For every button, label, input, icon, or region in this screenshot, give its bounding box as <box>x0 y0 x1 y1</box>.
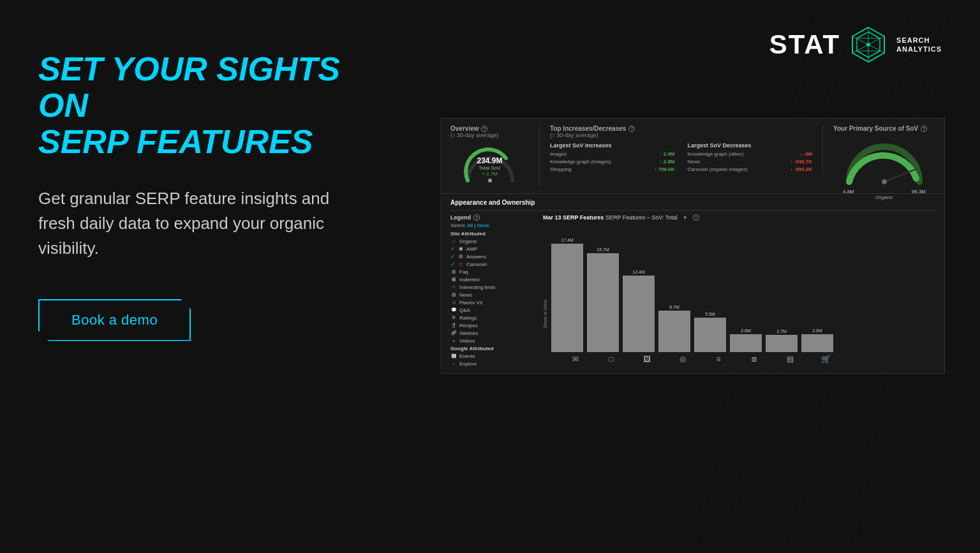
bar-value-3: 12.4M <box>632 270 644 274</box>
x-icon-3: 🖼 <box>631 355 663 364</box>
x-icon-7: ▤ <box>774 355 806 364</box>
amp-check-icon: ✓ <box>450 246 455 252</box>
chart-area: Mar 13 SERP Features SERP Features – SoV… <box>543 214 935 368</box>
bar-group-6: 2.8M <box>730 225 762 352</box>
legend-item-recipes: 🍴 Recipes <box>450 322 537 328</box>
x-icon-1: ✉ <box>560 355 591 364</box>
indented-icon: ▦ <box>450 276 457 283</box>
chart-info-icon[interactable]: ? <box>693 214 699 221</box>
legend-chart-row: Legend ? Select: All | None Site Attribu… <box>450 214 935 368</box>
legend-item-videos: ▪ Videos <box>450 337 537 344</box>
bar-group-1: 17.4M <box>551 225 583 352</box>
legend-info-icon[interactable]: ? <box>473 214 480 221</box>
bars-container: 17.4M 15.7M 12.4M <box>551 225 833 352</box>
bar-6 <box>730 334 762 352</box>
bar-4 <box>658 311 690 352</box>
decrease-val-3: ↓ -554.2K <box>790 166 812 172</box>
increase-val-3: ↑ 758.6K <box>654 166 674 172</box>
top-changes-section: Top Increases/Decreases ? (↕ 30-day aver… <box>550 125 823 174</box>
primary-sov-info-icon[interactable]: ? <box>921 126 927 132</box>
legend-panel: Legend ? Select: All | None Site Attribu… <box>450 214 543 368</box>
increases-col: Largest SoV Increases Images ↑ 2.9M Know… <box>550 142 675 174</box>
interesting-finds-icon: ☆ <box>450 284 457 290</box>
overview-subtitle: (↕ 30-day average) <box>450 132 529 138</box>
decrease-row-3: Carousel (organic images) ↓ -554.2K <box>688 166 813 172</box>
decrease-label-3: Carousel (organic images) <box>688 166 748 172</box>
bar-5 <box>694 318 726 352</box>
google-attributed-group-title: Google Attributed <box>450 346 537 351</box>
overview-section: Overview ? (↕ 30-day average) 234.9M Tot… <box>450 125 540 187</box>
news-icon: ▧ <box>450 291 457 298</box>
speedometer: 4.8M 96.3M Organic <box>843 137 926 182</box>
bar-7 <box>766 335 798 352</box>
legend-item-ratings: ⚙ Ratings <box>450 314 537 321</box>
gauge-label: Total SoV <box>477 165 502 171</box>
logo-subtitle: SEARCH ANALYTICS <box>896 36 942 54</box>
legend-item-places: ◇ Places V3 <box>450 299 537 306</box>
recipes-icon: 🍴 <box>450 322 457 328</box>
increase-row-1: Images ↑ 2.9M <box>550 151 675 157</box>
gauge-container: 234.9M Total SoV + 2.7M <box>461 142 519 187</box>
x-axis-icons: ✉ □ 🖼 ◎ ≡ ≣ ▤ 🛒 <box>543 355 935 364</box>
videos-icon: ▪ <box>450 337 457 344</box>
legend-item-carousel: ✓ □ Carousel <box>450 261 537 267</box>
sov-labels: 4.8M 96.3M <box>843 189 926 195</box>
carousel-check-icon: ✓ <box>450 262 455 267</box>
organic-icon: ○ <box>450 238 457 244</box>
increase-label-2: Knowledge graph (images) <box>550 159 611 165</box>
answers-icon: ▤ <box>457 253 464 260</box>
legend-item-qa: 💬 Q&A <box>450 307 537 313</box>
bar-value-1: 17.4M <box>561 238 573 242</box>
book-demo-button[interactable]: Book a demo <box>38 299 191 341</box>
chart-main: Share of Voice 17.4M 15.7M <box>543 225 935 352</box>
x-icon-6: ≣ <box>738 355 770 364</box>
legend-item-interesting-finds: ☆ Interesting finds <box>450 284 537 290</box>
overview-title: Overview ? <box>450 125 529 132</box>
gauge-total-sov: 234.9M <box>477 156 502 165</box>
x-icon-5: ≡ <box>702 355 734 364</box>
gauge-delta: + 2.7M <box>477 171 502 177</box>
legend-title: Legend ? <box>450 214 537 221</box>
answers-check-icon: ✓ <box>450 254 455 260</box>
legend-item-sitelinks: 🔗 Sitelinks <box>450 330 537 336</box>
select-row: Select: All | None <box>450 223 537 228</box>
select-none-link[interactable]: None <box>477 223 489 228</box>
headline: SET YOUR SIGHTS ON SERP FEATURES <box>38 51 370 161</box>
bar-8 <box>801 334 833 352</box>
explore-icon: ○ <box>450 360 457 367</box>
overview-info-icon[interactable]: ? <box>481 126 487 132</box>
legend-item-answers: ✓ ▤ Answers <box>450 253 537 260</box>
svg-point-16 <box>488 179 492 182</box>
decrease-row-2: News ↓ -939.7K <box>688 159 813 165</box>
chart-dropdown-icon[interactable]: ▼ <box>683 215 688 221</box>
places-icon: ◇ <box>450 299 457 306</box>
dashboard-panel: Overview ? (↕ 30-day average) 234.9M Tot… <box>441 118 945 374</box>
x-icon-2: □ <box>595 355 627 364</box>
headline-line1: SET YOUR SIGHTS ON <box>38 51 370 124</box>
ratings-icon: ⚙ <box>450 314 457 321</box>
bar-group-4: 6.7M <box>658 225 690 352</box>
bar-group-3: 12.4M <box>623 225 655 352</box>
increase-label-3: Shopping <box>550 166 572 172</box>
bar-group-8: 2.8M <box>801 225 833 352</box>
appearance-section: Appearance and Ownership Legend ? Select… <box>442 194 944 373</box>
legend-item-faq: ▥ Faq <box>450 269 537 275</box>
bar-value-7: 2.7M <box>776 329 787 334</box>
increase-val-2: ↑ 2.8M <box>659 159 674 165</box>
bar-group-2: 15.7M <box>587 225 619 352</box>
amp-icon: ▣ <box>457 246 464 252</box>
gauge-center: 234.9M Total SoV + 2.7M <box>477 156 502 177</box>
select-all-link[interactable]: All <box>467 223 473 228</box>
increase-val-1: ↑ 2.9M <box>659 151 674 157</box>
decrease-row-1: Knowledge graph (other) ↓ -3M <box>688 151 813 157</box>
sov-primary-value: 4.8M <box>843 189 854 195</box>
sitelinks-icon: 🔗 <box>450 330 457 336</box>
x-icon-4: ◎ <box>667 355 699 364</box>
top-changes-info-icon[interactable]: ? <box>628 126 635 132</box>
bar-value-5: 5.5M <box>705 312 715 316</box>
appearance-title: Appearance and Ownership <box>450 199 935 210</box>
events-icon: 🏢 <box>450 353 457 359</box>
faq-icon: ▥ <box>450 269 457 275</box>
bar-value-8: 2.8M <box>812 328 822 333</box>
logo-area: STAT SEARCH ANALYTICS <box>769 26 942 64</box>
